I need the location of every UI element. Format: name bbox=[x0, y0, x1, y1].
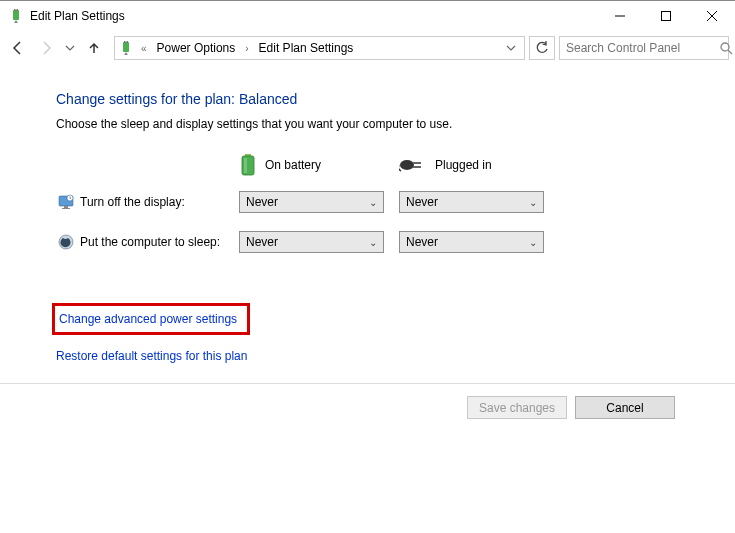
breadcrumb-power-options[interactable]: Power Options bbox=[155, 41, 238, 55]
content-area: Change settings for the plan: Balanced C… bbox=[0, 65, 735, 363]
svg-rect-20 bbox=[62, 208, 70, 209]
page-heading: Change settings for the plan: Balanced bbox=[56, 91, 725, 107]
svg-rect-0 bbox=[13, 10, 19, 20]
navigation-bar: « Power Options › Edit Plan Settings bbox=[0, 31, 735, 65]
display-battery-value: Never bbox=[246, 195, 369, 209]
svg-rect-4 bbox=[662, 12, 671, 21]
window-controls bbox=[597, 1, 735, 31]
plug-icon bbox=[399, 157, 427, 173]
sleep-row: Put the computer to sleep: Never ⌄ Never… bbox=[56, 231, 725, 253]
on-battery-label: On battery bbox=[265, 158, 321, 172]
advanced-link-highlight: Change advanced power settings bbox=[52, 303, 250, 335]
search-icon bbox=[720, 42, 733, 55]
address-bar[interactable]: « Power Options › Edit Plan Settings bbox=[114, 36, 525, 60]
svg-rect-16 bbox=[413, 162, 421, 164]
svg-point-10 bbox=[721, 43, 729, 51]
up-button[interactable] bbox=[82, 36, 106, 60]
change-advanced-link[interactable]: Change advanced power settings bbox=[59, 312, 237, 326]
chevron-down-icon: ⌄ bbox=[369, 237, 377, 248]
svg-rect-9 bbox=[127, 41, 129, 43]
forward-button[interactable] bbox=[34, 36, 58, 60]
page-description: Choose the sleep and display settings th… bbox=[56, 117, 725, 131]
turn-off-display-label: Turn off the display: bbox=[76, 195, 239, 209]
search-input[interactable] bbox=[566, 41, 716, 55]
address-dropdown-button[interactable] bbox=[502, 43, 520, 53]
plugged-in-header: Plugged in bbox=[399, 157, 559, 173]
close-button[interactable] bbox=[689, 1, 735, 31]
chevron-down-icon: ⌄ bbox=[529, 197, 537, 208]
links-section: Change advanced power settings Restore d… bbox=[56, 303, 725, 363]
recent-locations-button[interactable] bbox=[62, 36, 78, 60]
maximize-button[interactable] bbox=[643, 1, 689, 31]
buttons-row: Save changes Cancel bbox=[0, 384, 735, 419]
chevron-down-icon: ⌄ bbox=[529, 237, 537, 248]
sleep-plugged-value: Never bbox=[406, 235, 529, 249]
power-options-icon bbox=[8, 8, 24, 24]
svg-rect-13 bbox=[242, 156, 254, 175]
chevron-right-icon[interactable]: › bbox=[241, 43, 252, 54]
cancel-button-label: Cancel bbox=[606, 401, 643, 415]
sleep-plugged-dropdown[interactable]: Never ⌄ bbox=[399, 231, 544, 253]
svg-rect-14 bbox=[244, 158, 247, 173]
svg-rect-8 bbox=[124, 41, 126, 43]
refresh-button[interactable] bbox=[529, 36, 555, 60]
breadcrumb-sep: « bbox=[137, 43, 151, 54]
svg-point-15 bbox=[400, 160, 414, 170]
sleep-battery-dropdown[interactable]: Never ⌄ bbox=[239, 231, 384, 253]
svg-rect-17 bbox=[413, 166, 421, 168]
svg-rect-2 bbox=[17, 9, 19, 11]
save-button-label: Save changes bbox=[479, 401, 555, 415]
display-plugged-value: Never bbox=[406, 195, 529, 209]
window-title: Edit Plan Settings bbox=[30, 9, 125, 23]
column-headers: On battery Plugged in bbox=[56, 153, 725, 177]
back-button[interactable] bbox=[6, 36, 30, 60]
svg-line-11 bbox=[728, 50, 732, 54]
battery-icon bbox=[239, 153, 257, 177]
svg-rect-19 bbox=[64, 206, 68, 208]
titlebar: Edit Plan Settings bbox=[0, 1, 735, 31]
svg-rect-7 bbox=[123, 42, 129, 52]
search-box[interactable] bbox=[559, 36, 729, 60]
sleep-label: Put the computer to sleep: bbox=[76, 235, 239, 249]
sleep-icon bbox=[56, 234, 76, 250]
minimize-button[interactable] bbox=[597, 1, 643, 31]
save-button[interactable]: Save changes bbox=[467, 396, 567, 419]
display-battery-dropdown[interactable]: Never ⌄ bbox=[239, 191, 384, 213]
power-options-icon bbox=[119, 41, 133, 55]
display-plugged-dropdown[interactable]: Never ⌄ bbox=[399, 191, 544, 213]
turn-off-display-row: Turn off the display: Never ⌄ Never ⌄ bbox=[56, 191, 725, 213]
cancel-button[interactable]: Cancel bbox=[575, 396, 675, 419]
svg-rect-1 bbox=[14, 9, 16, 11]
sleep-battery-value: Never bbox=[246, 235, 369, 249]
plugged-in-label: Plugged in bbox=[435, 158, 492, 172]
on-battery-header: On battery bbox=[239, 153, 399, 177]
display-icon bbox=[56, 194, 76, 210]
restore-defaults-link[interactable]: Restore default settings for this plan bbox=[56, 349, 247, 363]
chevron-down-icon: ⌄ bbox=[369, 197, 377, 208]
breadcrumb-edit-plan[interactable]: Edit Plan Settings bbox=[257, 41, 356, 55]
